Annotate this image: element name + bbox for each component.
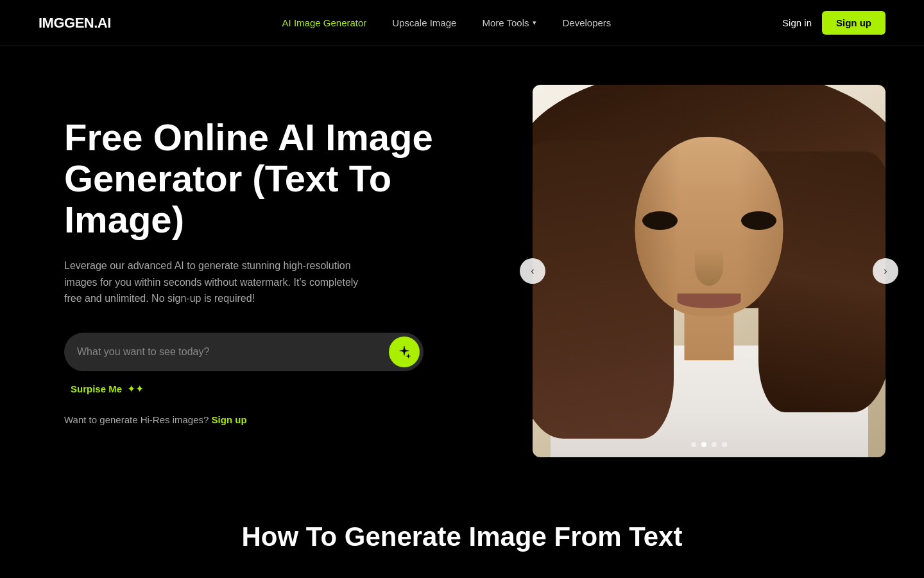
nav-developers[interactable]: Developers	[562, 17, 611, 28]
header: IMGGEN.AI AI Image Generator Upscale Ima…	[0, 0, 924, 46]
chevron-down-icon: ▾	[533, 19, 536, 27]
generate-icon	[397, 345, 411, 359]
eye-right	[741, 211, 776, 230]
sign-up-button[interactable]: Sign up	[822, 11, 886, 35]
main-nav: AI Image Generator Upscale Image More To…	[282, 17, 612, 28]
carousel-prev-button[interactable]: ‹	[520, 258, 545, 284]
how-to-section: How To Generate Image From Text	[0, 483, 924, 578]
carousel-dot-2[interactable]	[701, 442, 706, 447]
nav-ai-image-generator[interactable]: AI Image Generator	[282, 17, 367, 28]
logo: IMGGEN.AI	[38, 15, 111, 31]
hero-title: Free Online AI Image Generator (Text To …	[64, 117, 449, 240]
carousel-dot-4[interactable]	[722, 442, 727, 447]
hi-res-prompt: Want to generate Hi-Res images? Sign up	[64, 414, 449, 425]
nav-upscale-image[interactable]: Upscale Image	[392, 17, 456, 28]
hero-left: Free Online AI Image Generator (Text To …	[64, 117, 449, 425]
hi-res-sign-up-link[interactable]: Sign up	[212, 414, 247, 425]
sign-in-button[interactable]: Sign in	[782, 17, 812, 28]
surprise-me-button[interactable]: Surpise Me	[71, 383, 122, 394]
carousel-dot-3[interactable]	[712, 442, 717, 447]
nav-more-tools[interactable]: More Tools ▾	[482, 17, 536, 28]
nose	[695, 249, 723, 286]
carousel-next-button[interactable]: ›	[873, 258, 898, 284]
carousel-container	[533, 85, 886, 457]
hero-section: Free Online AI Image Generator (Text To …	[0, 46, 924, 483]
carousel-image	[533, 85, 886, 457]
how-to-title: How To Generate Image From Text	[38, 521, 886, 552]
search-bar	[64, 333, 424, 371]
hair-right-layer	[758, 152, 886, 412]
surprise-me-container: Surpise Me ✦✦	[64, 383, 449, 395]
generate-button[interactable]	[389, 337, 420, 367]
eye-left	[642, 211, 678, 230]
auth-buttons: Sign in Sign up	[782, 11, 886, 35]
carousel-dot-1[interactable]	[691, 442, 696, 447]
sparkle-icon: ✦✦	[127, 383, 144, 395]
search-input[interactable]	[77, 346, 389, 358]
carousel-dots	[691, 442, 727, 447]
neck-layer	[685, 308, 734, 360]
hero-subtitle: Leverage our advanced AI to generate stu…	[64, 258, 372, 307]
hero-right: ‹	[533, 85, 886, 457]
